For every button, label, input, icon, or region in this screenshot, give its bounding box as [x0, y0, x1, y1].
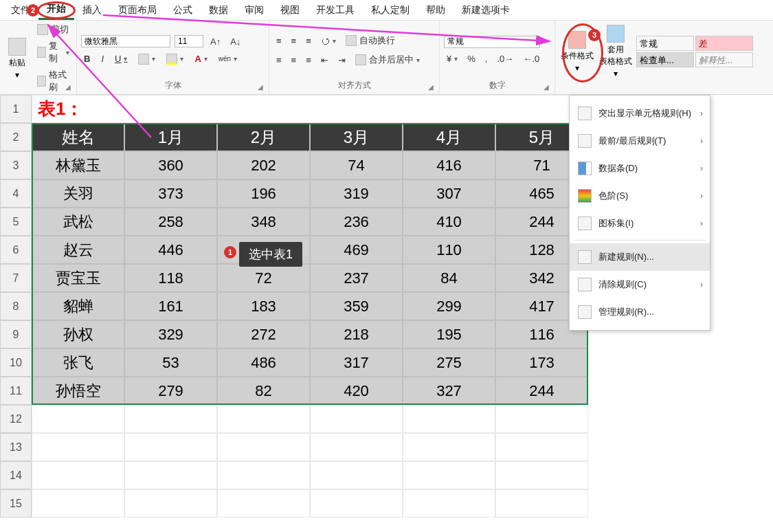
cell-value[interactable]: 236: [310, 208, 403, 236]
cell-value[interactable]: 72: [217, 264, 310, 292]
dialog-launcher-icon[interactable]: ◢: [258, 83, 266, 91]
cell-value[interactable]: 195: [403, 320, 495, 348]
format-as-table-button[interactable]: 套用 表格格式 ▾: [598, 22, 634, 81]
menu-公式[interactable]: 公式: [165, 1, 201, 19]
column-header[interactable]: 姓名: [32, 123, 124, 151]
cell-empty[interactable]: [310, 405, 403, 433]
cell-empty[interactable]: [310, 489, 403, 518]
row-header[interactable]: 12: [0, 405, 32, 433]
cell-value[interactable]: 161: [124, 292, 217, 320]
align-left-button[interactable]: ≡: [273, 54, 284, 67]
align-middle-button[interactable]: ≡: [289, 34, 300, 47]
decrease-font-button[interactable]: A↓: [227, 35, 243, 48]
menu-top-bottom-rules[interactable]: 最前/最后规则(T) ›: [570, 127, 710, 155]
row-header[interactable]: 3: [0, 151, 32, 179]
cell-value[interactable]: 420: [310, 377, 403, 405]
decrease-indent-button[interactable]: ⇤: [318, 54, 331, 67]
cell-style-check[interactable]: 检查单...: [636, 52, 694, 67]
row-header[interactable]: 14: [0, 461, 32, 489]
cell-value[interactable]: 196: [217, 179, 310, 208]
cell-value[interactable]: 317: [310, 348, 403, 377]
cell-value[interactable]: 329: [124, 320, 217, 348]
row-header[interactable]: 4: [0, 179, 32, 208]
cell-value[interactable]: 53: [124, 348, 217, 377]
menu-highlight-rules[interactable]: 突出显示单元格规则(H) ›: [570, 100, 710, 127]
cell-style-explain[interactable]: 解释性...: [695, 52, 753, 67]
cell-value[interactable]: 410: [403, 208, 495, 236]
cell-value[interactable]: 319: [310, 179, 403, 208]
align-center-button[interactable]: ≡: [289, 54, 300, 67]
cell-name[interactable]: 赵云: [32, 236, 124, 264]
align-bottom-button[interactable]: ≡: [303, 34, 314, 47]
dialog-launcher-icon[interactable]: ◢: [65, 83, 74, 91]
row-header[interactable]: 10: [0, 348, 32, 377]
cell-name[interactable]: 貂蝉: [32, 292, 124, 320]
cell-name[interactable]: 张飞: [32, 348, 124, 377]
cell-empty[interactable]: [32, 405, 124, 433]
wrap-text-button[interactable]: 自动换行: [343, 33, 398, 48]
cell-empty[interactable]: [32, 433, 124, 461]
align-right-button[interactable]: ≡: [303, 54, 314, 67]
paste-button[interactable]: 粘贴 ▾: [4, 35, 30, 82]
menu-视图[interactable]: 视图: [272, 1, 308, 19]
cell-empty[interactable]: [403, 461, 495, 489]
row-header[interactable]: 8: [0, 292, 32, 320]
cell-value[interactable]: 118: [124, 264, 217, 292]
cell-value[interactable]: 307: [403, 179, 495, 208]
cell-value[interactable]: 110: [403, 236, 495, 264]
menu-manage-rules[interactable]: 管理规则(R)...: [570, 298, 710, 326]
cell-empty[interactable]: [310, 461, 403, 489]
cell-value[interactable]: 359: [310, 292, 403, 320]
row-header[interactable]: 1: [0, 95, 32, 123]
phonetic-button[interactable]: wén▾: [216, 54, 240, 64]
cell-value[interactable]: 416: [403, 151, 495, 179]
cell-empty[interactable]: [124, 489, 217, 518]
orientation-button[interactable]: ⭯▾: [318, 34, 339, 47]
cell-style-normal[interactable]: 常规: [636, 36, 694, 51]
cell-value[interactable]: 299: [403, 292, 495, 320]
dialog-launcher-icon[interactable]: ◢: [428, 83, 436, 91]
align-top-button[interactable]: ≡: [273, 34, 284, 47]
border-button[interactable]: ▾: [135, 52, 158, 66]
cell-value[interactable]: 469: [310, 236, 403, 264]
bold-button[interactable]: B: [81, 52, 93, 65]
menu-new-rule[interactable]: 新建规则(N)...: [570, 243, 710, 271]
cell-name[interactable]: 林黛玉: [32, 151, 124, 179]
dialog-launcher-icon[interactable]: ◢: [544, 83, 552, 91]
menu-审阅[interactable]: 审阅: [236, 1, 272, 19]
menu-帮助[interactable]: 帮助: [418, 1, 453, 19]
increase-font-button[interactable]: A↑: [208, 35, 223, 48]
cell-value[interactable]: 82: [217, 377, 310, 405]
merge-center-button[interactable]: 合并后居中▾: [352, 52, 423, 67]
cell-empty[interactable]: [32, 489, 124, 518]
cell-name[interactable]: 关羽: [32, 179, 124, 208]
row-header[interactable]: 13: [0, 433, 32, 461]
cell-value[interactable]: 486: [217, 348, 310, 377]
cell-style-bad[interactable]: 差: [695, 36, 753, 51]
cell-empty[interactable]: [124, 405, 217, 433]
cell-empty[interactable]: [403, 433, 495, 461]
row-header[interactable]: 2: [0, 123, 32, 151]
menu-新建选项卡[interactable]: 新建选项卡: [453, 1, 518, 19]
cell-name[interactable]: 孙悟空: [32, 377, 124, 405]
cell-value[interactable]: 327: [403, 377, 495, 405]
cell-empty[interactable]: [495, 405, 588, 433]
cell-value[interactable]: 237: [310, 264, 403, 292]
cell-value[interactable]: 279: [124, 377, 217, 405]
column-header[interactable]: 2月: [217, 123, 310, 151]
cell-empty[interactable]: [495, 433, 588, 461]
row-header[interactable]: 7: [0, 264, 32, 292]
font-name-select[interactable]: [81, 35, 170, 47]
cell-empty[interactable]: [32, 461, 124, 489]
menu-开发工具[interactable]: 开发工具: [308, 1, 363, 19]
increase-decimal-button[interactable]: .0→: [494, 52, 516, 65]
cell-value[interactable]: 173: [495, 348, 588, 377]
row-header[interactable]: 11: [0, 377, 32, 405]
cell-value[interactable]: 84: [403, 264, 495, 292]
row-header[interactable]: 6: [0, 236, 32, 264]
comma-button[interactable]: ,: [482, 52, 491, 65]
row-header[interactable]: 5: [0, 208, 32, 236]
underline-button[interactable]: U ▾: [112, 52, 130, 65]
cell-value[interactable]: 360: [124, 151, 217, 179]
cell-value[interactable]: 202: [217, 151, 310, 179]
